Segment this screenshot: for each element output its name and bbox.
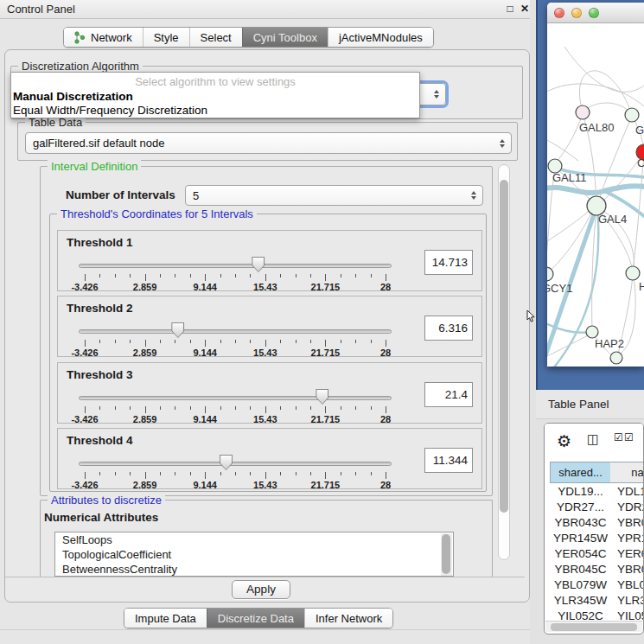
list-scrollbar[interactable] xyxy=(441,533,452,576)
table-row[interactable]: YDL19...YDL19 xyxy=(550,484,644,500)
close-traffic-light[interactable] xyxy=(554,8,564,18)
network-edge[interactable] xyxy=(547,84,644,106)
cell-name[interactable]: YBR043C xyxy=(614,515,644,531)
cell-shared-name[interactable]: YER054C xyxy=(550,546,611,562)
cell-shared-name[interactable]: YDR27... xyxy=(550,500,611,515)
column-header-name[interactable]: name xyxy=(610,462,644,483)
network-node[interactable] xyxy=(626,266,640,280)
slider-track[interactable] xyxy=(79,396,392,400)
network-edge[interactable] xyxy=(579,71,631,112)
table-row[interactable]: YBL079WYBL079W xyxy=(550,577,644,593)
network-window-titlebar[interactable] xyxy=(547,3,644,23)
float-window-icon[interactable]: □ xyxy=(503,2,517,16)
node-label: GCY1 xyxy=(547,282,572,295)
panel-scrollbar-thumb[interactable] xyxy=(500,180,508,513)
tick-label: 9.144 xyxy=(193,414,217,424)
attribute-item[interactable]: SelfLoops xyxy=(55,532,453,547)
network-node[interactable] xyxy=(610,352,622,364)
threshold-slider[interactable]: -3.4262.8599.14415.4321.71528 xyxy=(79,451,392,489)
slider-track[interactable] xyxy=(79,329,392,334)
network-node[interactable] xyxy=(576,105,590,119)
threshold-label: Threshold 4 xyxy=(67,434,133,447)
cell-name[interactable]: YBL079W xyxy=(614,577,644,593)
algorithm-popup: Select algorithm to view settings Manual… xyxy=(10,72,420,118)
cell-name[interactable]: YBR045C xyxy=(614,562,644,577)
table-row[interactable]: YER054CYER054C xyxy=(550,546,644,562)
cell-name[interactable]: YDL19 xyxy=(614,484,644,500)
network-canvas[interactable]: GAL80GCGAL11GAL4GCY1HHAP2 xyxy=(547,23,644,367)
cell-shared-name[interactable]: YBL079W xyxy=(550,577,611,593)
tick-label: 15.43 xyxy=(253,348,277,358)
slider-track[interactable] xyxy=(79,264,392,268)
threshold-value-field[interactable]: 14.713 xyxy=(424,250,473,275)
table-horizontal-scrollbar[interactable] xyxy=(545,621,642,632)
cell-shared-name[interactable]: YLR345W xyxy=(550,593,611,609)
bottom-tab-infer-network[interactable]: Infer Network xyxy=(304,609,392,628)
popup-option-0[interactable]: Manual Discretization xyxy=(13,90,418,104)
checkbox-checked-icon[interactable]: ☑ xyxy=(614,431,623,443)
discretization-algorithm-title: Discretization Algorithm xyxy=(18,60,143,73)
num-intervals-combo[interactable]: 5 xyxy=(185,185,483,206)
bottom-tab-discretize-data[interactable]: Discretize Data xyxy=(207,609,304,628)
attribute-item[interactable]: BetweennessCentrality xyxy=(55,562,453,577)
scroll-viewport-divider xyxy=(5,577,525,577)
checkbox-checked-icon[interactable]: ☑ xyxy=(624,431,634,443)
table-row[interactable]: YDR27...YDR27 xyxy=(550,500,644,515)
tick-label: 21.715 xyxy=(311,348,341,358)
cell-shared-name[interactable]: YDL19... xyxy=(550,484,611,500)
cell-name[interactable]: YDR27 xyxy=(614,500,644,515)
network-node[interactable] xyxy=(547,267,553,281)
apply-button[interactable]: Apply xyxy=(232,580,290,599)
slider-handle[interactable] xyxy=(252,257,265,272)
cell-name[interactable]: YPR145W xyxy=(614,531,644,546)
slider-handle[interactable] xyxy=(316,389,328,405)
hscroll-thumb[interactable] xyxy=(551,623,637,631)
tab-select[interactable]: Select xyxy=(189,28,242,47)
table-row[interactable]: YBR045CYBR045C xyxy=(550,562,644,577)
network-node[interactable] xyxy=(586,326,598,338)
network-node[interactable] xyxy=(625,108,639,122)
num-intervals-label: Number of Intervals xyxy=(66,188,175,201)
num-intervals-value: 5 xyxy=(186,189,482,202)
network-window: GAL80GCGAL11GAL4GCY1HHAP2 xyxy=(547,3,644,367)
cell-shared-name[interactable]: YBR043C xyxy=(550,515,611,531)
column-header-shared-name[interactable]: shared... xyxy=(550,462,611,483)
network-edge[interactable] xyxy=(547,137,578,161)
cell-shared-name[interactable]: YBR045C xyxy=(550,562,611,577)
threshold-slider[interactable]: -3.4262.8599.14415.4321.71528 xyxy=(79,253,392,291)
numerical-attributes-list[interactable]: SelfLoopsTopologicalCoefficientBetweenne… xyxy=(54,532,454,577)
cell-shared-name[interactable]: YPR145W xyxy=(550,531,611,546)
attribute-item[interactable]: TopologicalCoefficient xyxy=(55,547,453,562)
network-edge[interactable] xyxy=(583,103,630,112)
threshold-value-field[interactable]: 11.344 xyxy=(424,448,473,473)
table-panel-title: Table Panel xyxy=(548,398,609,411)
interval-definition-title: Interval Definition xyxy=(48,160,141,173)
cell-name[interactable]: YLR345W xyxy=(614,593,644,609)
split-view-icon[interactable]: ◫ xyxy=(587,431,599,447)
minimize-traffic-light[interactable] xyxy=(571,8,582,18)
tab-network[interactable]: Network xyxy=(64,28,143,47)
slider-track[interactable] xyxy=(79,462,392,466)
table-data-combo[interactable]: galFiltered.sif default node xyxy=(25,132,512,154)
tab-style[interactable]: Style xyxy=(143,28,189,47)
network-view-frame: GAL80GCGAL11GAL4GCY1HHAP2 xyxy=(536,0,644,390)
threshold-slider[interactable]: -3.4262.8599.14415.4321.71528 xyxy=(79,386,392,424)
threshold-value-field[interactable]: 6.316 xyxy=(424,316,473,341)
gear-icon[interactable]: ⚙ xyxy=(557,431,571,451)
network-edge[interactable] xyxy=(564,47,644,92)
tab-jactivemnodules[interactable]: jActiveMNodules xyxy=(328,28,433,47)
cell-name[interactable]: YER054C xyxy=(614,546,644,562)
popup-option-1[interactable]: Equal Width/Frequency Discretization xyxy=(13,104,418,118)
tab-cyni-toolbox[interactable]: Cyni Toolbox xyxy=(242,28,328,47)
threshold-slider[interactable]: -3.4262.8599.14415.4321.71528 xyxy=(79,319,392,357)
panel-scrollbar[interactable] xyxy=(498,164,510,560)
table-row[interactable]: YBR043CYBR043C xyxy=(550,515,644,531)
slider-handle[interactable] xyxy=(220,455,233,470)
table-row[interactable]: YLR345WYLR345W xyxy=(550,593,644,609)
bottom-tab-impute-data[interactable]: Impute Data xyxy=(124,609,207,628)
popup-hint: Select algorithm to view settings xyxy=(11,75,419,88)
threshold-value-field[interactable]: 21.4 xyxy=(424,382,473,407)
table-row[interactable]: YPR145WYPR145W xyxy=(550,531,644,546)
slider-handle[interactable] xyxy=(171,322,184,338)
zoom-traffic-light[interactable] xyxy=(589,8,599,18)
